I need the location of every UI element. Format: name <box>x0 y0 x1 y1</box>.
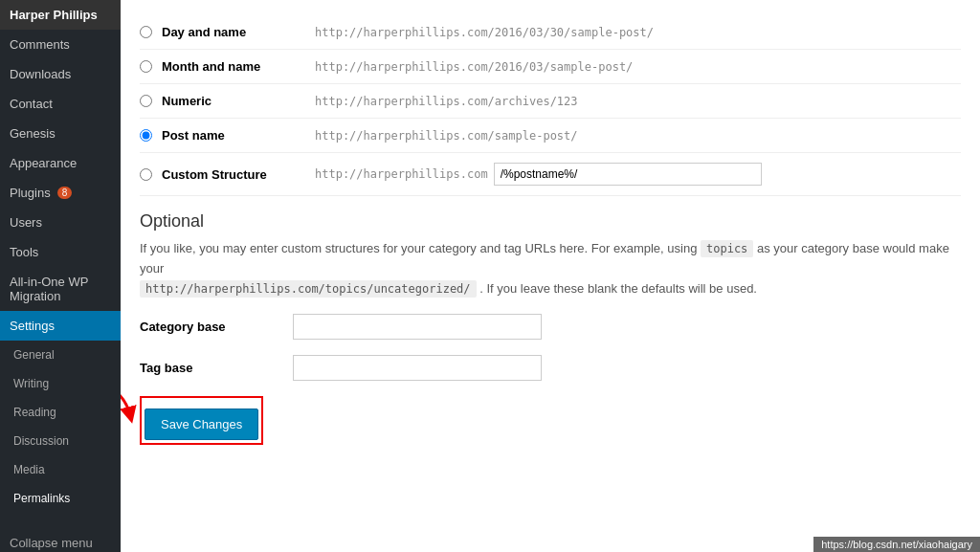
optional-title: Optional <box>140 211 961 232</box>
optional-description: If you like, you may enter custom struct… <box>140 239 961 298</box>
permalink-day-name-url: http://harperphillips.com/2016/03/30/sam… <box>315 26 654 39</box>
save-button-highlight: Save Changes <box>140 396 263 445</box>
sidebar-brand: Harper Phillips <box>0 0 121 30</box>
settings-label: Settings <box>10 319 55 333</box>
permalink-numeric-row: Numeric http://harperphillips.com/archiv… <box>140 84 961 119</box>
permalink-numeric-url: http://harperphillips.com/archives/123 <box>315 95 578 108</box>
permalink-month-name-radio[interactable] <box>140 60 152 73</box>
sidebar: Harper Phillips Comments Downloads Conta… <box>0 0 121 552</box>
status-url: https://blog.csdn.net/xiaohaigary <box>821 539 972 550</box>
downloads-label: Downloads <box>10 67 71 81</box>
comments-label: Comments <box>10 37 70 52</box>
permalink-post-name-url: http://harperphillips.com/sample-post/ <box>315 129 578 143</box>
permalink-custom-radio[interactable] <box>140 168 152 181</box>
users-label: Users <box>10 215 42 230</box>
sidebar-item-comments[interactable]: Comments <box>0 30 121 59</box>
permalink-day-name-row: Day and name http://harperphillips.com/2… <box>140 15 961 50</box>
allinone-label: All-in-One WP Migration <box>10 275 111 303</box>
permalink-custom-label[interactable]: Custom Structure <box>162 167 315 182</box>
tag-base-row: Tag base <box>140 355 961 381</box>
sidebar-subitem-reading[interactable]: Reading <box>0 398 121 427</box>
permalink-numeric-radio[interactable] <box>140 95 152 107</box>
sidebar-subitem-media[interactable]: Media <box>0 455 121 484</box>
sidebar-subitem-general[interactable]: General <box>0 341 121 369</box>
sidebar-subitem-permalinks[interactable]: Permalinks <box>0 484 121 513</box>
topics-url-code: http://harperphillips.com/topics/uncateg… <box>140 280 477 298</box>
sidebar-item-contact[interactable]: Contact <box>0 89 121 119</box>
status-bar: https://blog.csdn.net/xiaohaigary <box>813 537 980 552</box>
custom-base-url: http://harperphillips.com <box>315 167 488 181</box>
sidebar-item-tools[interactable]: Tools <box>0 237 121 267</box>
sidebar-item-appearance[interactable]: Appearance <box>0 148 121 178</box>
topics-code: topics <box>701 240 753 257</box>
tools-label: Tools <box>10 245 38 259</box>
permalink-numeric-label[interactable]: Numeric <box>162 94 315 108</box>
main-content: Day and name http://harperphillips.com/2… <box>121 0 980 552</box>
sidebar-item-downloads[interactable]: Downloads <box>0 59 121 89</box>
contact-label: Contact <box>10 97 53 111</box>
sidebar-item-genesis[interactable]: Genesis <box>0 119 121 148</box>
sidebar-collapse-menu[interactable]: Collapse menu <box>0 528 121 552</box>
permalink-post-name-row: Post name http://harperphillips.com/samp… <box>140 119 961 153</box>
appearance-label: Appearance <box>10 156 77 170</box>
permalink-post-name-label[interactable]: Post name <box>162 128 315 143</box>
plugins-badge: 8 <box>57 187 73 199</box>
genesis-label: Genesis <box>10 126 56 141</box>
sidebar-subitem-writing[interactable]: Writing <box>0 369 121 398</box>
sidebar-item-allinone[interactable]: All-in-One WP Migration <box>0 267 121 311</box>
save-changes-button[interactable]: Save Changes <box>145 408 258 440</box>
permalink-month-name-row: Month and name http://harperphillips.com… <box>140 50 961 84</box>
tag-base-label: Tag base <box>140 361 293 375</box>
sidebar-item-users[interactable]: Users <box>0 208 121 237</box>
permalink-post-name-radio[interactable] <box>140 129 152 142</box>
sidebar-item-plugins[interactable]: Plugins 8 <box>0 178 121 208</box>
category-base-row: Category base <box>140 314 961 340</box>
category-base-input[interactable] <box>293 314 542 340</box>
tag-base-input[interactable] <box>293 355 542 381</box>
permalink-day-name-label[interactable]: Day and name <box>162 25 315 39</box>
custom-structure-input[interactable] <box>494 163 762 186</box>
permalink-month-name-url: http://harperphillips.com/2016/03/sample… <box>315 60 633 74</box>
sidebar-item-settings[interactable]: Settings <box>0 311 121 341</box>
custom-structure-inputs: http://harperphillips.com <box>315 163 762 186</box>
permalink-month-name-label[interactable]: Month and name <box>162 59 315 74</box>
plugins-label: Plugins <box>10 186 51 200</box>
permalink-day-name-radio[interactable] <box>140 26 152 38</box>
save-section: Save Changes <box>140 396 263 445</box>
category-base-label: Category base <box>140 320 293 334</box>
sidebar-subitem-discussion[interactable]: Discussion <box>0 427 121 455</box>
permalink-custom-row: Custom Structure http://harperphillips.c… <box>140 153 961 196</box>
